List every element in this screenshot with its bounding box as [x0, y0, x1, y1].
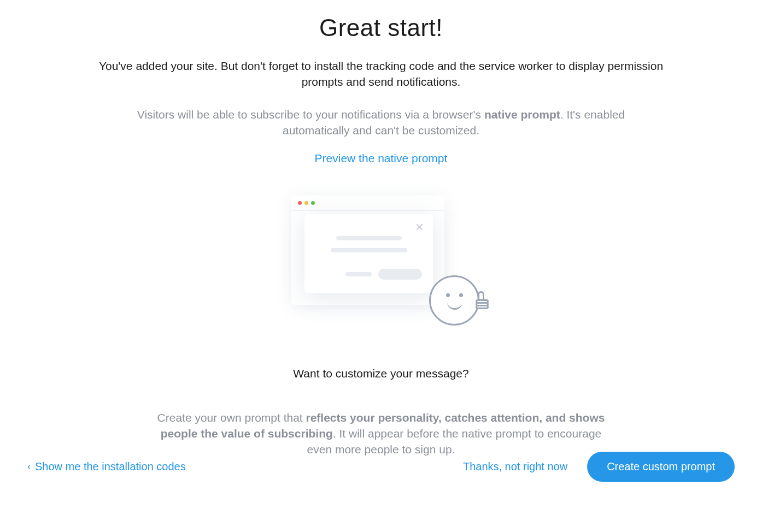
back-to-installation-link[interactable]: ‹ Show me the installation codes [27, 460, 186, 473]
description-bold: native prompt [484, 108, 560, 121]
traffic-light-green-icon [311, 201, 315, 205]
customize-title: Want to customize your message? [0, 367, 762, 380]
skip-link[interactable]: Thanks, not right now [463, 460, 567, 473]
prompt-illustration: ✕ [283, 192, 479, 334]
close-icon: ✕ [415, 221, 424, 234]
traffic-light-red-icon [298, 201, 302, 205]
page-title: Great start! [0, 14, 762, 42]
traffic-light-yellow-icon [304, 201, 308, 205]
create-custom-prompt-button[interactable]: Create custom prompt [587, 452, 735, 482]
smiley-thumbs-up-icon [429, 275, 479, 326]
chevron-left-icon: ‹ [27, 461, 31, 472]
browser-header-graphic [291, 196, 444, 211]
native-prompt-description: Visitors will be able to subscribe to yo… [119, 107, 643, 139]
onboarding-panel: Great start! You've added your site. But… [0, 0, 762, 458]
back-link-label: Show me the installation codes [35, 460, 186, 473]
customize-description: Create your own prompt that reflects you… [157, 410, 605, 458]
preview-native-prompt-link[interactable]: Preview the native prompt [315, 152, 448, 165]
description-pre: Visitors will be able to subscribe to yo… [137, 108, 484, 121]
page-subtitle: You've added your site. But don't forget… [80, 58, 682, 90]
footer-actions: ‹ Show me the installation codes Thanks,… [27, 452, 735, 482]
popup-graphic: ✕ [304, 214, 433, 293]
customize-desc-pre: Create your own prompt that [157, 411, 306, 424]
